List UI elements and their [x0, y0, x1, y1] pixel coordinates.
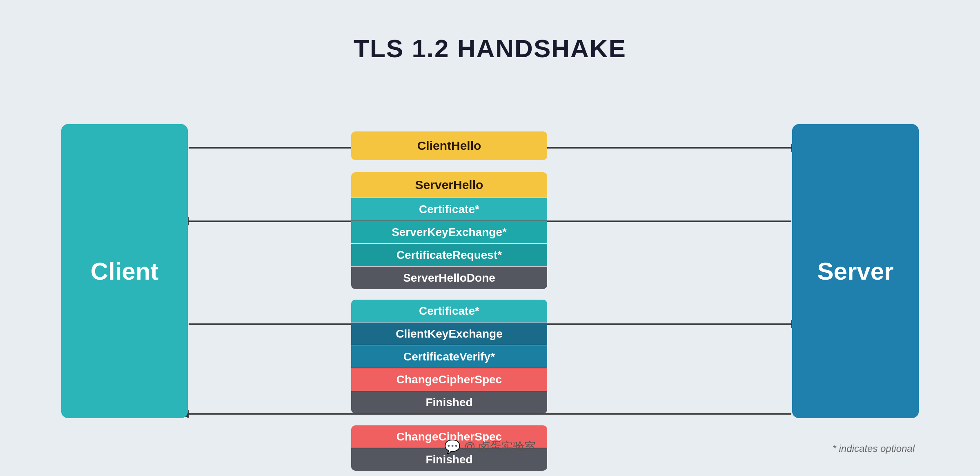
client-key-exchange-msg: ClientKeyExchange — [351, 323, 547, 345]
certificate1-msg: Certificate* — [351, 198, 547, 220]
certificate-verify-msg: CertificateVerify* — [351, 345, 547, 368]
server-hello-done-msg: ServerHelloDone — [351, 267, 547, 289]
page-title: TLS 1.2 HANDSHAKE — [354, 34, 626, 63]
server-key-exchange-msg: ServerKeyExchange* — [351, 221, 547, 243]
server-label: Server — [792, 124, 919, 418]
certificate2-msg: Certificate* — [351, 300, 547, 322]
watermark: 💬 @ 卤蛋实验室 — [444, 439, 536, 454]
change-cipher-spec1-msg: ChangeCipherSpec — [351, 368, 547, 391]
client-label: Client — [61, 124, 188, 418]
diagram-container: TLS 1.2 HANDSHAKE Client Server ClientHe… — [20, 18, 960, 458]
finished1-msg: Finished — [351, 391, 547, 414]
certificate-request-msg: CertificateRequest* — [351, 244, 547, 266]
optional-note: * indicates optional — [833, 443, 915, 454]
client-hello-msg: ClientHello — [351, 131, 547, 160]
wechat-icon: 💬 — [444, 439, 461, 454]
server-hello-msg: ServerHello — [351, 172, 547, 198]
